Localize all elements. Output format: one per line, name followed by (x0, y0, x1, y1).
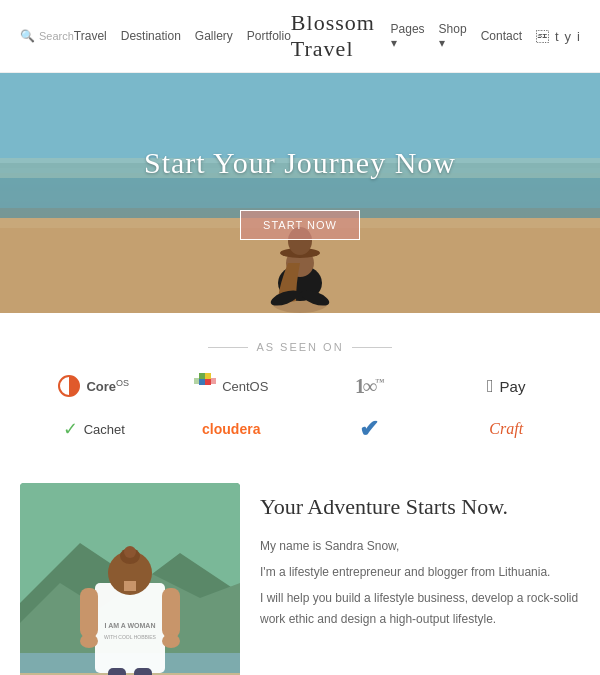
centos-label: CentOS (222, 379, 268, 394)
social-icons:  t y i (536, 29, 580, 44)
applepay-label: Pay (500, 378, 526, 395)
hundred-icon: 1∞™ (355, 375, 382, 398)
svg-rect-30 (124, 581, 136, 591)
hero-title: Start Your Journey Now (144, 146, 456, 180)
twitter-icon[interactable]: t (555, 29, 559, 44)
nav-gallery[interactable]: Gallery (195, 29, 233, 43)
svg-text:I AM A WOMAN: I AM A WOMAN (105, 622, 156, 629)
logo-cachet: ✓ Cachet (63, 418, 125, 440)
hero-content: Start Your Journey Now START NOW (144, 146, 456, 240)
svg-point-34 (162, 634, 180, 648)
svg-rect-32 (162, 588, 180, 638)
svg-rect-36 (134, 668, 152, 675)
cachet-icon: ✓ (63, 418, 78, 440)
svg-rect-15 (199, 379, 205, 385)
centos-icon (194, 373, 216, 399)
facebook-icon[interactable]:  (536, 29, 549, 44)
logo-hundred: 1∞™ (355, 375, 382, 398)
search-label: Search (39, 30, 74, 42)
svg-rect-17 (194, 378, 199, 384)
nav-destination[interactable]: Destination (121, 29, 181, 43)
svg-point-29 (124, 546, 136, 558)
site-brand[interactable]: Blossom Travel (291, 10, 391, 62)
svg-rect-16 (205, 379, 211, 385)
svg-point-33 (80, 634, 98, 648)
instagram-icon[interactable]: i (577, 29, 580, 44)
logo-cloudera: cloudera (202, 421, 260, 437)
search-icon: 🔍 (20, 29, 35, 43)
tick-icon: ✔ (359, 415, 379, 443)
svg-rect-18 (211, 378, 216, 384)
nav-portfolio[interactable]: Portfolio (247, 29, 291, 43)
bottom-image: I AM A WOMAN WITH COOL HOBBIES (20, 483, 240, 675)
search-area[interactable]: 🔍 Search (20, 29, 74, 43)
navigation: 🔍 Search Travel Destination Gallery Port… (0, 0, 600, 73)
svg-rect-31 (80, 588, 98, 638)
apple-icon:  (487, 376, 494, 397)
nav-travel[interactable]: Travel (74, 29, 107, 43)
cachet-label: Cachet (84, 422, 125, 437)
bottom-para-1: My name is Sandra Snow, (260, 536, 580, 556)
cloudera-label: cloudera (202, 421, 260, 437)
bottom-para-2: I'm a lifestyle entrepreneur and blogger… (260, 562, 580, 582)
bottom-section: I AM A WOMAN WITH COOL HOBBIES Your Adve… (0, 463, 600, 675)
logo-applepay:  Pay (487, 376, 525, 397)
coreos-icon (58, 375, 80, 397)
logo-coreos: CoreOS (58, 375, 129, 397)
bottom-paragraphs: My name is Sandra Snow, I'm a lifestyle … (260, 536, 580, 630)
bottom-heading: Your Adventure Starts Now. (260, 493, 580, 522)
nav-right-links: Pages ▾ Shop ▾ Contact  t y i (391, 22, 580, 50)
nav-pages[interactable]: Pages ▾ (391, 22, 425, 50)
svg-rect-35 (108, 668, 126, 675)
logo-centos: CentOS (194, 373, 268, 399)
nav-shop[interactable]: Shop ▾ (439, 22, 467, 50)
logo-tick: ✔ (359, 415, 379, 443)
logos-grid: CoreOS CentOS 1∞™  Pay (30, 373, 570, 443)
hero-section: Start Your Journey Now START NOW (0, 73, 600, 313)
svg-rect-14 (205, 373, 211, 379)
nav-links: Travel Destination Gallery Portfolio (74, 29, 291, 43)
logo-craft: Craft (489, 420, 523, 438)
svg-text:WITH COOL HOBBIES: WITH COOL HOBBIES (104, 634, 156, 640)
youtube-icon[interactable]: y (565, 29, 572, 44)
nav-contact[interactable]: Contact (481, 29, 522, 43)
bottom-para-3: I will help you build a lifestyle busine… (260, 588, 580, 629)
seen-on-label: As Seen On (30, 341, 570, 353)
seen-on-section: As Seen On CoreOS CentOS 1∞™ (0, 313, 600, 463)
bottom-text: Your Adventure Starts Now. My name is Sa… (260, 483, 580, 635)
svg-rect-13 (199, 373, 205, 379)
hero-cta-button[interactable]: START NOW (240, 210, 360, 240)
craft-label: Craft (489, 420, 523, 438)
coreos-label: CoreOS (86, 378, 129, 394)
bottom-illustration: I AM A WOMAN WITH COOL HOBBIES (20, 483, 240, 675)
